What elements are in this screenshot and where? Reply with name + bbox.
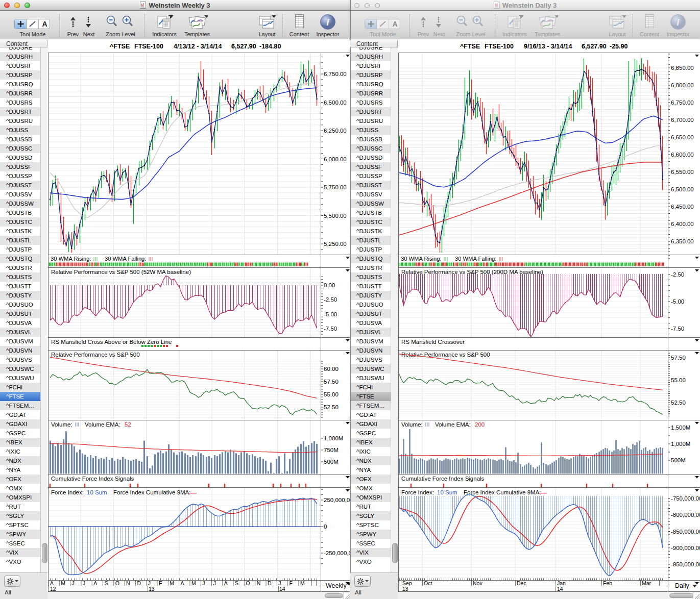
svg-text:6,500.00: 6,500.00 xyxy=(671,186,694,192)
svg-text:J: J xyxy=(83,580,85,586)
svg-text:S: S xyxy=(235,580,238,586)
svg-text:D: D xyxy=(137,580,141,586)
svg-text:6,350.00: 6,350.00 xyxy=(671,238,694,244)
svg-text:-250,000,00: -250,000,00 xyxy=(324,550,350,556)
svg-text:Force Index:: Force Index: xyxy=(401,489,434,495)
svg-text:Relative Performance vs S&P 50: Relative Performance vs S&P 500 (52W MA … xyxy=(51,269,191,275)
svg-text:30 WMA Rising:: 30 WMA Rising: xyxy=(51,256,91,262)
svg-text:6,850.00: 6,850.00 xyxy=(671,65,694,71)
svg-text:1,000M: 1,000M xyxy=(324,435,343,441)
svg-text:10 Sum: 10 Sum xyxy=(437,489,457,495)
svg-text:0.00: 0.00 xyxy=(324,282,335,288)
svg-text:M: M xyxy=(61,580,65,586)
svg-text:M: M xyxy=(300,580,305,586)
svg-text:Relative Performance vs S&P 50: Relative Performance vs S&P 500 xyxy=(401,352,490,358)
svg-text:250,000,00: 250,000,00 xyxy=(324,497,350,503)
svg-text:6,650.00: 6,650.00 xyxy=(671,134,694,140)
svg-text:6,550.00: 6,550.00 xyxy=(671,169,694,175)
svg-text:-7.50: -7.50 xyxy=(324,326,337,332)
svg-text:Volume EMA:: Volume EMA: xyxy=(435,421,471,428)
svg-text:6,250.00: 6,250.00 xyxy=(324,128,347,134)
svg-text:6,500.00: 6,500.00 xyxy=(324,99,347,106)
svg-text:-750,000,00: -750,000,00 xyxy=(671,495,700,502)
svg-text:F: F xyxy=(159,580,162,586)
svg-text:57.50: 57.50 xyxy=(671,355,686,361)
svg-text:Daily: Daily xyxy=(675,582,690,589)
svg-text:55.00: 55.00 xyxy=(324,391,339,397)
svg-text:A: A xyxy=(392,20,397,28)
svg-text:O: O xyxy=(115,580,119,586)
svg-text:-800,000,00: -800,000,00 xyxy=(671,512,700,518)
svg-text:14: 14 xyxy=(279,586,285,592)
svg-text:200: 200 xyxy=(475,421,485,428)
svg-text:1,500M: 1,500M xyxy=(671,425,690,431)
svg-text:S: S xyxy=(105,580,108,586)
svg-text:30 WMA Falling:: 30 WMA Falling: xyxy=(105,256,146,262)
svg-text:0: 0 xyxy=(324,523,327,530)
svg-text:13: 13 xyxy=(402,586,408,592)
svg-text:6,800.00: 6,800.00 xyxy=(671,82,694,88)
svg-text:6,450.00: 6,450.00 xyxy=(671,204,694,210)
svg-text:6,750.00: 6,750.00 xyxy=(324,71,347,77)
svg-text:6,000.00: 6,000.00 xyxy=(324,156,347,162)
svg-text:i: i xyxy=(326,17,329,28)
svg-text:Volume:: Volume: xyxy=(51,421,73,428)
svg-text:RS Mansfield Cross Above or Be: RS Mansfield Cross Above or Below Zero L… xyxy=(51,339,172,345)
svg-text:14: 14 xyxy=(557,586,563,592)
svg-text:6,750.00: 6,750.00 xyxy=(671,99,694,106)
svg-text:60.00: 60.00 xyxy=(324,366,339,372)
svg-text:Feb: Feb xyxy=(603,580,612,586)
svg-text:-5.00: -5.00 xyxy=(671,298,684,305)
svg-text:5,250.00: 5,250.00 xyxy=(324,241,347,247)
svg-text:52.50: 52.50 xyxy=(324,404,339,410)
svg-text:6,400.00: 6,400.00 xyxy=(671,221,694,227)
svg-text:Dec: Dec xyxy=(517,580,526,586)
svg-text:Relative Performance vs S&P 50: Relative Performance vs S&P 500 xyxy=(51,352,140,358)
svg-text:i: i xyxy=(677,17,680,28)
svg-text:D: D xyxy=(268,580,272,586)
svg-text:-5.00: -5.00 xyxy=(324,311,337,317)
svg-text:-2.50: -2.50 xyxy=(671,271,684,278)
svg-text:Mar: Mar xyxy=(642,580,651,586)
svg-text:M: M xyxy=(191,580,196,586)
svg-text:13: 13 xyxy=(149,586,155,592)
svg-text:6,600.00: 6,600.00 xyxy=(671,152,694,158)
svg-text:-900,000,00: -900,000,00 xyxy=(671,545,700,551)
svg-text:500M: 500M xyxy=(324,459,339,465)
svg-text:Force Index Cumulative 9MA:: Force Index Cumulative 9MA: xyxy=(464,489,541,495)
svg-text:30 WMA Falling:: 30 WMA Falling: xyxy=(455,256,496,262)
svg-text:Volume:: Volume: xyxy=(401,421,423,428)
svg-text:A: A xyxy=(42,20,47,28)
svg-text:6,700.00: 6,700.00 xyxy=(671,117,694,123)
svg-text:52.50: 52.50 xyxy=(671,400,686,406)
svg-text:O: O xyxy=(246,580,250,586)
svg-text:RS Mansfield Crossover: RS Mansfield Crossover xyxy=(401,339,465,345)
svg-text:J: J xyxy=(202,580,205,586)
svg-text:55.00: 55.00 xyxy=(671,377,686,383)
svg-text:A: A xyxy=(224,580,228,586)
svg-text:750M: 750M xyxy=(324,447,339,453)
svg-text:Nov: Nov xyxy=(473,580,482,586)
svg-text:5,500.00: 5,500.00 xyxy=(324,213,347,219)
svg-text:J: J xyxy=(72,580,75,586)
svg-text:12: 12 xyxy=(50,586,56,592)
svg-text:5,750.00: 5,750.00 xyxy=(324,184,347,190)
svg-text:57.50: 57.50 xyxy=(324,379,339,385)
svg-text:-950,000,00: -950,000,00 xyxy=(671,561,700,567)
svg-text:Oct: Oct xyxy=(424,580,432,586)
svg-text:500M: 500M xyxy=(671,457,686,463)
svg-text:F: F xyxy=(289,580,293,586)
svg-text:-2.50: -2.50 xyxy=(324,296,337,303)
svg-text:30 WMA Rising:: 30 WMA Rising: xyxy=(401,256,442,262)
svg-text:52: 52 xyxy=(125,421,131,428)
svg-text:Cumulative Force Index Signals: Cumulative Force Index Signals xyxy=(401,476,485,482)
svg-text:-850,000,00: -850,000,00 xyxy=(671,529,700,535)
svg-text:Cumulative Force Index Signals: Cumulative Force Index Signals xyxy=(51,476,134,482)
svg-text:-7.50: -7.50 xyxy=(671,326,684,332)
svg-text:A: A xyxy=(181,580,184,586)
svg-text:Volume EMA:: Volume EMA: xyxy=(85,421,120,428)
svg-text:A: A xyxy=(93,580,97,586)
svg-text:N: N xyxy=(257,580,261,586)
svg-text:M: M xyxy=(170,580,174,586)
svg-text:Weekly: Weekly xyxy=(326,582,347,589)
